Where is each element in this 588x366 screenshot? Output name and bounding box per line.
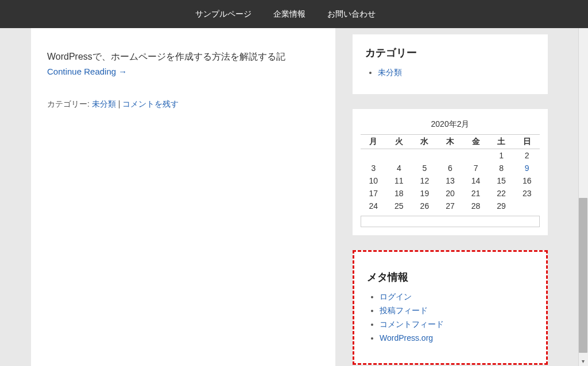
scrollbar-track[interactable]: ▾ (578, 0, 588, 366)
nav-item-sample[interactable]: サンプルページ (195, 9, 252, 20)
calendar-day-link[interactable]: 9 (525, 163, 529, 173)
calendar-day: 22 (489, 187, 514, 200)
calendar-day: 11 (386, 174, 412, 187)
post-excerpt: WordPressで、ホームページを作成する方法を解説する記 (47, 49, 319, 64)
meta-widget: メタ情報 ログイン投稿フィードコメントフィードWordPress.org (353, 250, 548, 365)
calendar-day: 4 (386, 162, 412, 174)
calendar-dow: 月 (361, 135, 386, 149)
sidebar: カテゴリー 未分類 2020年2月 月火水木金土日 12345678910111… (353, 34, 548, 366)
nav-item-company[interactable]: 企業情報 (273, 9, 305, 20)
category-link[interactable]: 未分類 (378, 68, 402, 77)
calendar-day: 17 (361, 187, 386, 200)
calendar-day (386, 149, 412, 162)
meta-link[interactable]: 投稿フィード (380, 306, 428, 315)
scroll-down-arrow[interactable]: ▾ (578, 356, 588, 366)
list-item: 投稿フィード (380, 306, 533, 316)
widget-title: カテゴリー (365, 46, 535, 60)
post-category-link[interactable]: 未分類 (92, 99, 116, 108)
calendar-day (361, 149, 386, 162)
calendar-dow: 日 (514, 135, 540, 149)
calendar-day: 26 (412, 200, 438, 212)
list-item: 未分類 (378, 68, 535, 78)
calendar-day: 6 (438, 162, 463, 174)
meta-link[interactable]: ログイン (380, 292, 412, 301)
calendar-day: 16 (514, 174, 540, 187)
calendar-nav[interactable] (361, 216, 540, 227)
calendar-day (412, 149, 438, 162)
list-item: WordPress.org (380, 333, 533, 342)
calendar-day: 3 (361, 162, 386, 174)
calendar-day: 18 (386, 187, 412, 200)
post-leave-comment-link[interactable]: コメントを残す (122, 99, 179, 108)
calendar-day: 5 (412, 162, 438, 174)
meta-link[interactable]: WordPress.org (380, 333, 433, 342)
calendar-day: 1 (489, 149, 514, 162)
calendar-widget: 2020年2月 月火水木金土日 123456789101112131415161… (353, 109, 548, 235)
meta-link[interactable]: コメントフィード (380, 320, 444, 329)
calendar-day: 29 (489, 200, 514, 212)
calendar-day: 14 (463, 174, 489, 187)
calendar-dow: 土 (489, 135, 514, 149)
continue-reading-link[interactable]: Continue Reading → (47, 67, 127, 76)
calendar-day: 7 (463, 162, 489, 174)
calendar-day (463, 149, 489, 162)
main-content: 2020年2月9日 に original-user が投稿 — コメントを残す … (31, 0, 335, 366)
calendar-day: 24 (361, 200, 386, 212)
calendar-day: 25 (386, 200, 412, 212)
nav-item-contact[interactable]: お問い合わせ (327, 9, 376, 20)
separator: | (116, 99, 122, 108)
calendar-day: 10 (361, 174, 386, 187)
cat-label: カテゴリー: (47, 99, 92, 108)
post-footer: カテゴリー: 未分類 | コメントを残す (47, 99, 319, 110)
calendar-day: 19 (412, 187, 438, 200)
calendar-day: 23 (514, 187, 540, 200)
calendar-table: 月火水木金土日 12345678910111213141516171819202… (361, 134, 540, 212)
calendar-day: 28 (463, 200, 489, 212)
calendar-dow: 金 (463, 135, 489, 149)
calendar-day: 27 (438, 200, 463, 212)
widget-title: メタ情報 (367, 270, 533, 284)
calendar-day: 15 (489, 174, 514, 187)
calendar-dow: 水 (412, 135, 438, 149)
calendar-day (514, 200, 540, 212)
calendar-day: 2 (514, 149, 540, 162)
calendar-caption: 2020年2月 (361, 117, 540, 130)
list-item: コメントフィード (380, 320, 533, 330)
calendar-dow: 木 (438, 135, 463, 149)
list-item: ログイン (380, 292, 533, 302)
calendar-day: 12 (412, 174, 438, 187)
calendar-day[interactable]: 9 (514, 162, 540, 174)
calendar-day: 21 (463, 187, 489, 200)
top-navbar: サンプルページ 企業情報 お問い合わせ (0, 0, 588, 28)
scrollbar-thumb[interactable] (579, 198, 587, 353)
calendar-day: 13 (438, 174, 463, 187)
calendar-dow: 火 (386, 135, 412, 149)
calendar-day: 8 (489, 162, 514, 174)
categories-widget: カテゴリー 未分類 (353, 34, 548, 94)
calendar-day: 20 (438, 187, 463, 200)
calendar-day (438, 149, 463, 162)
